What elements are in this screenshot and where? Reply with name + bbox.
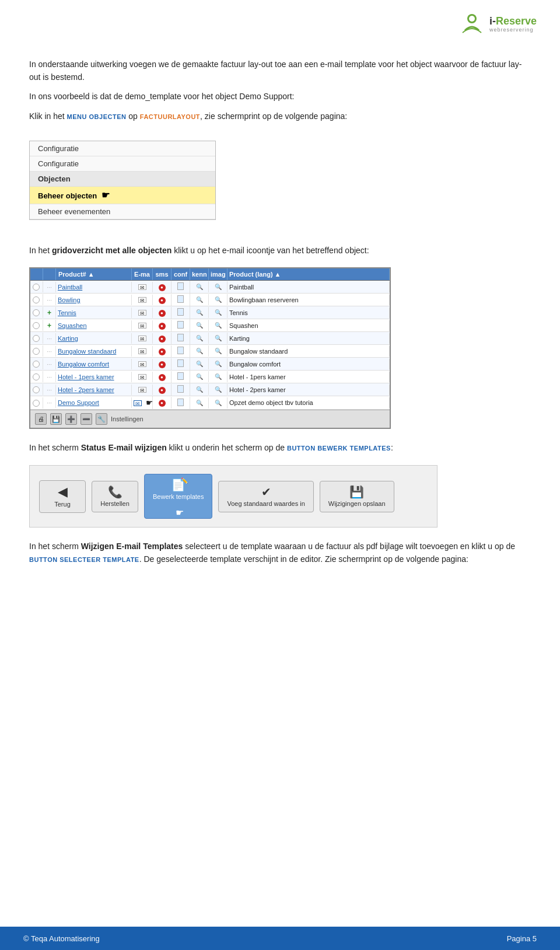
main-content: In onderstaande uitwerking voegen we de … <box>29 58 531 566</box>
sms-icon: ● <box>159 400 166 407</box>
kenn-icon: 🔍 <box>196 309 203 316</box>
email-icon[interactable]: ✉ <box>138 348 146 354</box>
col-header-check <box>30 268 43 280</box>
conf-icon <box>177 359 184 367</box>
menu-objecten-ref: MENU OBJECTEN <box>67 113 127 120</box>
bewerk-label: Bewerk templates <box>153 493 204 500</box>
table-row: ··· Karting ✉ ● 🔍 🔍 Karting <box>30 332 390 345</box>
kenn-icon: 🔍 <box>196 361 203 368</box>
menu-configuratie-2: Configuratie <box>30 156 215 172</box>
email-icon[interactable]: ✉ <box>138 336 146 341</box>
row-radio <box>33 400 40 407</box>
svg-point-1 <box>469 16 475 22</box>
conf-icon <box>177 399 184 406</box>
row-radio <box>33 309 40 316</box>
email-icon[interactable]: ✉ <box>138 361 146 367</box>
conf-icon <box>177 321 184 329</box>
herstellen-button[interactable]: 📞 Herstellen <box>92 481 138 512</box>
cursor-grid-icon: ☛ <box>146 398 153 407</box>
sms-icon: ● <box>159 297 166 304</box>
product-link[interactable]: Paintball <box>58 284 82 291</box>
intro-para2: In ons voorbeeld is dat de demo_template… <box>29 90 531 103</box>
factuurlayout-ref: FACTUURLAYOUT <box>140 113 200 120</box>
toolbar-btn-2[interactable]: 💾 <box>50 413 62 425</box>
product-link[interactable]: Bungalow comfort <box>58 361 109 368</box>
voeg-icon: ✔ <box>261 486 271 498</box>
conf-icon <box>177 334 184 341</box>
brand-subtitle: webreservering <box>489 27 537 33</box>
grid-toolbar: 🖨 💾 ➕ ➖ 🔧 Instellingen <box>30 410 390 428</box>
logo: i-Reserve webreservering <box>459 12 537 37</box>
cursor-bewerk-icon: ☛ <box>176 507 184 518</box>
voeg-standaard-button[interactable]: ✔ Voeg standaard waardes in <box>218 481 313 512</box>
sms-icon: ● <box>159 387 166 394</box>
buttons-screenshot: ◀ Terug 📞 Herstellen 📄✏️ Bewerk template… <box>29 465 438 528</box>
email-icon[interactable]: ✉ <box>138 374 146 380</box>
table-row: ··· Demo Support ✉ ☛ ● 🔍 🔍 Opzet demo ob… <box>30 396 390 410</box>
product-link[interactable]: Karting <box>58 335 78 342</box>
toolbar-btn-3[interactable]: ➕ <box>65 413 77 425</box>
imag-icon: 🔍 <box>215 322 222 329</box>
imag-icon: 🔍 <box>215 373 222 380</box>
herstellen-label: Herstellen <box>100 500 130 507</box>
wijzigingen-button[interactable]: 💾 Wijzigingen opslaan <box>320 481 394 512</box>
imag-icon: 🔍 <box>215 361 222 368</box>
kenn-icon: 🔍 <box>196 373 203 380</box>
col-header-dots <box>43 268 56 280</box>
bewerk-templates-button[interactable]: 📄✏️ Bewerk templates ☛ <box>144 474 212 519</box>
row-radio <box>33 335 40 342</box>
product-link[interactable]: Bungalow standaard <box>58 348 116 355</box>
product-link[interactable]: Tennis <box>58 309 76 316</box>
imag-icon: 🔍 <box>215 309 222 316</box>
conf-icon <box>177 385 184 393</box>
product-link[interactable]: Hotel - 2pers kamer <box>58 386 114 393</box>
table-row: ··· Hotel - 1pers kamer ✉ ● 🔍 🔍 Hotel - … <box>30 371 390 383</box>
sms-icon: ● <box>159 361 166 368</box>
bewerk-templates-ref: BUTTON BEWERK TEMPLATES <box>287 445 391 452</box>
logo-icon <box>459 12 485 37</box>
email-icon[interactable]: ✉ <box>138 323 146 329</box>
sms-icon: ● <box>159 348 166 355</box>
imag-icon: 🔍 <box>215 284 222 291</box>
menu-objecten-section: Objecten <box>30 172 215 187</box>
toolbar-btn-4[interactable]: ➖ <box>80 413 92 425</box>
imag-icon: 🔍 <box>215 296 222 303</box>
status-intro-para: In het scherm Status E-mail wijzigen kli… <box>29 442 531 455</box>
voeg-label: Voeg standaard waardes in <box>227 500 304 507</box>
col-header-kenn: kenn <box>190 268 209 280</box>
intro-para3: Klik in het MENU OBJECTEN op FACTUURLAYO… <box>29 110 531 123</box>
menu-beheer-objecten[interactable]: Beheer objecten ☛ <box>30 187 215 204</box>
table-row: ··· Bungalow comfort ✉ ● 🔍 🔍 Bungalow co… <box>30 358 390 371</box>
product-link[interactable]: Squashen <box>58 322 87 329</box>
grid-header-row: Product# ▲ E-ma sms conf kenn imag Produ… <box>30 268 390 281</box>
kenn-icon: 🔍 <box>196 335 203 342</box>
toolbar-btn-1[interactable]: 🖨 <box>35 413 47 425</box>
row-radio <box>33 348 40 355</box>
terug-label: Terug <box>54 501 71 508</box>
imag-icon: 🔍 <box>215 335 222 342</box>
email-icon[interactable]: ✉ <box>138 387 146 393</box>
wijzigen-para: In het scherm Wijzigen E-mail Templates … <box>29 540 531 565</box>
email-icon-demo[interactable]: ✉ <box>134 400 142 406</box>
grid-intro-para: In het gridoverzicht met alle objecten k… <box>29 245 531 257</box>
col-header-email: E-ma <box>132 268 153 280</box>
table-row: ··· Paintball ✉ ● 🔍 🔍 Paintball <box>30 281 390 294</box>
product-link-demo[interactable]: Demo Support <box>58 399 99 406</box>
product-link[interactable]: Bowling <box>58 296 80 303</box>
table-row: + Tennis ✉ ● 🔍 🔍 Tennis <box>30 306 390 319</box>
table-row: ··· Bowling ✉ ● 🔍 🔍 Bowlingbaan reserver… <box>30 294 390 306</box>
product-link[interactable]: Hotel - 1pers kamer <box>58 373 114 380</box>
sms-icon: ● <box>159 374 166 381</box>
brand-name: i-Reserve <box>489 16 537 27</box>
email-icon[interactable]: ✉ <box>138 284 146 290</box>
logo-text: i-Reserve webreservering <box>489 16 537 33</box>
terug-button[interactable]: ◀ Terug <box>39 480 86 513</box>
conf-icon <box>177 308 184 316</box>
wijzigen-bold: Wijzigen E-mail Templates <box>81 542 183 551</box>
brand-suffix: Reserve <box>496 15 537 27</box>
toolbar-btn-5[interactable]: 🔧 <box>96 413 107 425</box>
sms-icon: ● <box>159 284 166 291</box>
email-icon[interactable]: ✉ <box>138 297 146 303</box>
footer-left: © Teqa Automatisering <box>23 934 100 943</box>
email-icon[interactable]: ✉ <box>138 310 146 316</box>
